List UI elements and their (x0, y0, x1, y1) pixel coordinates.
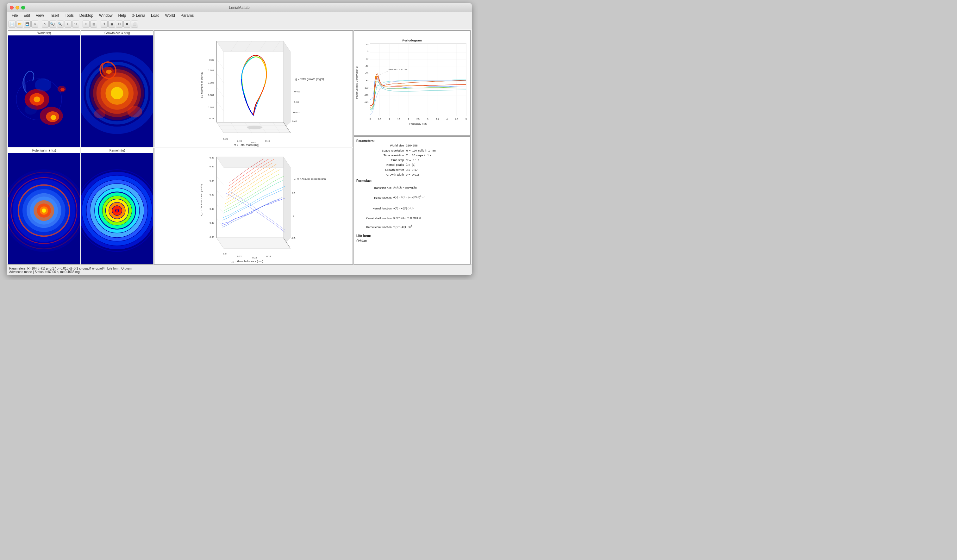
menu-tools[interactable]: Tools (62, 13, 76, 18)
life-form-title: Life form: (356, 234, 371, 238)
menu-insert[interactable]: Insert (47, 13, 62, 18)
svg-text:2: 2 (408, 118, 409, 120)
view-button[interactable]: ▣ (108, 21, 115, 27)
maximize-button[interactable] (21, 6, 25, 9)
svg-text:1.5: 1.5 (397, 118, 400, 120)
kernel-peaks-label: Kernel peaks (356, 162, 405, 167)
phase-portrait-panel[interactable]: I = Moment of inertia 0.39 0.388 0.386 0… (154, 30, 353, 147)
svg-text:0.46: 0.46 (210, 165, 214, 168)
svg-text:0.42: 0.42 (210, 193, 214, 196)
undo-button[interactable]: ↩ (65, 21, 71, 27)
space-res-detail: 104 cells in 1 mm (412, 149, 436, 152)
velocity-plot-panel[interactable]: s_c = Centroid speed (mm/s) 0.36 0.38 0.… (154, 148, 353, 265)
svg-text:2.5: 2.5 (417, 118, 420, 120)
fill-button[interactable]: ◼ (123, 21, 130, 27)
svg-text:-80: -80 (365, 79, 368, 82)
svg-text:0.14: 0.14 (267, 255, 271, 258)
svg-text:-20: -20 (365, 58, 368, 60)
time-res-detail: 10 steps in 1 s (412, 153, 431, 157)
space-res-label: Space resolution (356, 148, 405, 153)
menu-load[interactable]: Load (148, 13, 162, 18)
menu-params[interactable]: Params (178, 13, 196, 18)
growth-panel: Growth δ(n ∗ f(x)) (81, 30, 153, 147)
svg-text:d_g = Growth distance (mm): d_g = Growth distance (mm) (230, 260, 263, 263)
time-res-label: Time resolution (356, 153, 405, 158)
kernel-peaks-detail: {1} (412, 163, 415, 166)
svg-text:0.382: 0.382 (208, 106, 214, 109)
svg-text:4.5: 4.5 (455, 118, 458, 120)
redo-button[interactable]: ↪ (72, 21, 79, 27)
potential-panel: Potential n ∗ f(x) (8, 148, 81, 265)
svg-text:0: 0 (367, 50, 368, 52)
svg-point-145 (375, 76, 377, 78)
svg-text:Frequency (Hz): Frequency (Hz) (409, 122, 427, 125)
svg-text:γ(r) = (4r(1−r))4: γ(r) = (4r(1−r))4 (393, 224, 412, 229)
formulae-title: Formulae: (356, 179, 371, 183)
params-title: Parameters: (356, 139, 375, 143)
menu-edit[interactable]: Edit (21, 13, 33, 18)
svg-text:ω_m = Angular speed (deg/s): ω_m = Angular speed (deg/s) (294, 178, 326, 180)
export-button[interactable]: ⬆ (101, 21, 107, 27)
svg-text:Period ≈ 2.3273s: Period ≈ 2.3273s (388, 68, 407, 71)
toggle-button-2[interactable]: ▤ (90, 21, 97, 27)
svg-text:0.384: 0.384 (208, 94, 214, 96)
svg-text:κ(r) = β₍ᵦᵣ₎ · γ(br mod 1): κ(r) = β₍ᵦᵣ₎ · γ(br mod 1) (393, 216, 421, 219)
svg-text:g = Total growth (mg/s): g = Total growth (mg/s) (295, 77, 324, 80)
svg-text:0.39: 0.39 (209, 58, 214, 62)
kernel-title: Kernel n(u) (81, 148, 153, 153)
toolbar-separator-2 (81, 21, 81, 27)
potential-canvas[interactable] (8, 153, 80, 264)
svg-point-9 (25, 105, 37, 115)
world-fx-panel: World f(x) (8, 30, 81, 147)
grid-button[interactable]: ⊟ (116, 21, 123, 27)
growth-width-label: Growth width (356, 172, 405, 177)
growth-canvas[interactable] (81, 35, 153, 147)
svg-text:0.386: 0.386 (208, 81, 214, 84)
svg-text:0.12: 0.12 (237, 255, 242, 258)
zoom-in-button[interactable]: 🔍+ (49, 21, 56, 27)
minimize-button[interactable] (16, 6, 19, 9)
svg-point-24 (94, 109, 106, 118)
svg-marker-55 (216, 41, 291, 52)
svg-marker-97 (284, 157, 291, 245)
kernel-canvas[interactable] (81, 153, 153, 264)
svg-text:20: 20 (366, 43, 368, 46)
kernel-func-label: Kernel function (356, 204, 393, 214)
svg-text:-100: -100 (364, 87, 368, 89)
shape-button[interactable]: ⬜ (131, 21, 138, 27)
pointer-button[interactable]: ↖ (42, 21, 49, 27)
menu-desktop[interactable]: Desktop (77, 13, 96, 18)
svg-text:0.45: 0.45 (223, 137, 227, 140)
right-panels: Periodogram (354, 30, 471, 265)
svg-text:0.46: 0.46 (237, 140, 242, 142)
svg-text:0.36: 0.36 (210, 236, 214, 238)
toggle-button-1[interactable]: ⊞ (83, 21, 90, 27)
menu-lenia[interactable]: ⊙ Lenia (129, 13, 148, 18)
open-button[interactable]: 📂 (16, 21, 23, 27)
status-bar: Parameters: R=104 β={1} μ=0.17 σ=0.015 d… (7, 265, 472, 275)
delta-label: Delta function (356, 193, 393, 204)
new-file-button[interactable]: 📄 (8, 21, 16, 27)
menu-view[interactable]: View (33, 13, 46, 18)
save-button[interactable]: 💾 (24, 21, 31, 27)
print-button[interactable]: 🖨 (31, 21, 38, 27)
menu-file[interactable]: File (9, 13, 20, 18)
svg-text:-60: -60 (365, 72, 368, 74)
menubar: File Edit View Insert Tools Desktop Wind… (7, 12, 472, 19)
svg-text:0.11: 0.11 (223, 253, 227, 256)
growth-center-detail: 0.17 (412, 168, 418, 172)
svg-point-22 (106, 69, 112, 74)
world-fx-canvas[interactable] (8, 35, 80, 147)
svg-text:0: 0 (370, 118, 371, 120)
svg-text:4: 4 (446, 118, 447, 120)
menu-window[interactable]: Window (96, 13, 115, 18)
zoom-out-button[interactable]: 🔍- (57, 21, 64, 27)
svg-text:0.5: 0.5 (292, 192, 295, 194)
close-button[interactable] (10, 6, 14, 9)
menu-help[interactable]: Help (116, 13, 129, 18)
periodogram-panel[interactable]: Periodogram (354, 30, 471, 136)
menu-world[interactable]: World (163, 13, 178, 18)
svg-point-53 (116, 210, 118, 212)
transition-label: Transition rule (356, 184, 393, 193)
svg-text:-140: -140 (364, 101, 368, 103)
